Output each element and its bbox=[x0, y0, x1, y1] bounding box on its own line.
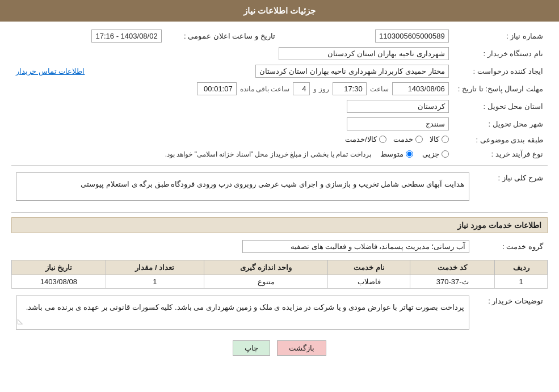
action-buttons: بازگشت چاپ bbox=[11, 340, 548, 356]
category-khadamat-option[interactable]: خدمت bbox=[393, 135, 423, 144]
col-header-code: کد خدمت bbox=[410, 260, 495, 275]
divider-2 bbox=[11, 212, 548, 213]
category-kala-radio[interactable] bbox=[442, 136, 449, 143]
deadline-days-label: روز و bbox=[313, 85, 329, 93]
buyer-org-value: شهرداری ناحیه بهاران استان کردستان bbox=[279, 47, 449, 60]
need-number-value: 1103005605000589 bbox=[375, 29, 449, 43]
city-value: سنندج bbox=[347, 117, 449, 130]
page-title: جزئیات اطلاعات نیاز bbox=[243, 6, 316, 15]
category-khadamat-radio[interactable] bbox=[415, 136, 423, 143]
category-kala-label: کالا bbox=[430, 135, 439, 144]
creator-value: مختار حمیدی کاربردار شهرداری ناحیه بهارا… bbox=[255, 65, 448, 78]
category-kala-khadamat-option[interactable]: کالا/خدمت bbox=[345, 135, 386, 144]
deadline-days-value: 4 bbox=[293, 82, 310, 95]
col-header-name: نام خدمت bbox=[328, 260, 410, 275]
col-header-quantity: تعداد / مقدار bbox=[106, 260, 204, 275]
category-khadamat-label: خدمت bbox=[393, 135, 413, 144]
col-header-unit: واحد اندازه گیری bbox=[204, 260, 328, 275]
process-motasat-label: متوسط bbox=[380, 150, 404, 158]
remaining-label: ساعت باقی مانده bbox=[240, 85, 290, 93]
col-header-row: ردیف bbox=[495, 260, 548, 275]
category-kala-option[interactable]: کالا bbox=[430, 135, 449, 144]
divider-1 bbox=[11, 165, 548, 166]
buyer-notes-text: پرداخت بصورت تهاتر با عوارض مودی و یا شر… bbox=[26, 303, 464, 311]
city-label: شهر محل تحویل : bbox=[453, 115, 548, 133]
buyer-org-label: نام دستگاه خریدار : bbox=[453, 45, 548, 62]
announce-label: تاریخ و ساعت اعلان عمومی : bbox=[166, 27, 280, 45]
buyer-notes-label: توضیحات خریدار : bbox=[474, 293, 548, 332]
service-group-label: گروه خدمت : bbox=[474, 238, 548, 255]
deadline-date-value: 1403/08/06 bbox=[392, 82, 449, 95]
process-jozvi-option[interactable]: جزیی bbox=[422, 150, 449, 158]
print-button[interactable]: چاپ bbox=[233, 340, 270, 356]
category-kala-khadamat-label: کالا/خدمت bbox=[345, 135, 377, 144]
deadline-time-value: 17:30 bbox=[333, 82, 367, 95]
back-button[interactable]: بازگشت bbox=[277, 340, 326, 356]
process-motasat-option[interactable]: متوسط bbox=[380, 150, 413, 158]
province-label: استان محل تحویل : bbox=[453, 98, 548, 115]
creator-label: ایجاد کننده درخواست : bbox=[453, 62, 548, 80]
process-note: پرداخت تمام یا بخشی از مبلغ خریداز محل "… bbox=[165, 150, 371, 158]
services-section-title: اطلاعات خدمات مورد نیاز bbox=[11, 217, 548, 233]
need-number-label: شماره نیاز : bbox=[453, 27, 548, 45]
province-value: کردستان bbox=[347, 100, 449, 113]
need-description-text: هدایت آبهای سطحی شامل تخریب و بازسازی و … bbox=[81, 180, 464, 188]
services-table: ردیف کد خدمت نام خدمت واحد اندازه گیری ت… bbox=[11, 260, 548, 289]
process-motasat-radio[interactable] bbox=[406, 150, 413, 158]
remaining-time-value: 00:01:07 bbox=[197, 82, 237, 95]
category-label: طبقه بندی موضوعی : bbox=[453, 133, 548, 147]
announce-value: 1403/08/02 - 17:16 bbox=[91, 29, 161, 43]
category-kala-khadamat-radio[interactable] bbox=[379, 136, 386, 143]
process-jozvi-radio[interactable] bbox=[442, 150, 449, 158]
table-row: 1ث-37-370فاضلابمتنوع11403/08/08 bbox=[12, 275, 548, 289]
process-type-label: نوع فرآیند خرید : bbox=[453, 147, 548, 161]
need-description-box: هدایت آبهای سطحی شامل تخریب و بازسازی و … bbox=[16, 172, 469, 201]
deadline-time-label: ساعت bbox=[370, 85, 389, 93]
need-description-label: شرح کلی نیاز : bbox=[474, 170, 548, 208]
buyer-notes-box: پرداخت بصورت تهاتر با عوارض مودی و یا شر… bbox=[16, 296, 469, 330]
contact-link[interactable]: اطلاعات تماس خریدار bbox=[16, 67, 85, 75]
service-group-value: آب رسانی؛ مدیریت پسماند، فاضلاب و فعالیت… bbox=[242, 240, 469, 253]
deadline-label: مهلت ارسال پاسخ: تا تاریخ : bbox=[453, 80, 548, 98]
page-header: جزئیات اطلاعات نیاز bbox=[0, 0, 559, 22]
col-header-date: تاریخ نیاز bbox=[12, 260, 106, 275]
process-jozvi-label: جزیی bbox=[422, 150, 439, 158]
